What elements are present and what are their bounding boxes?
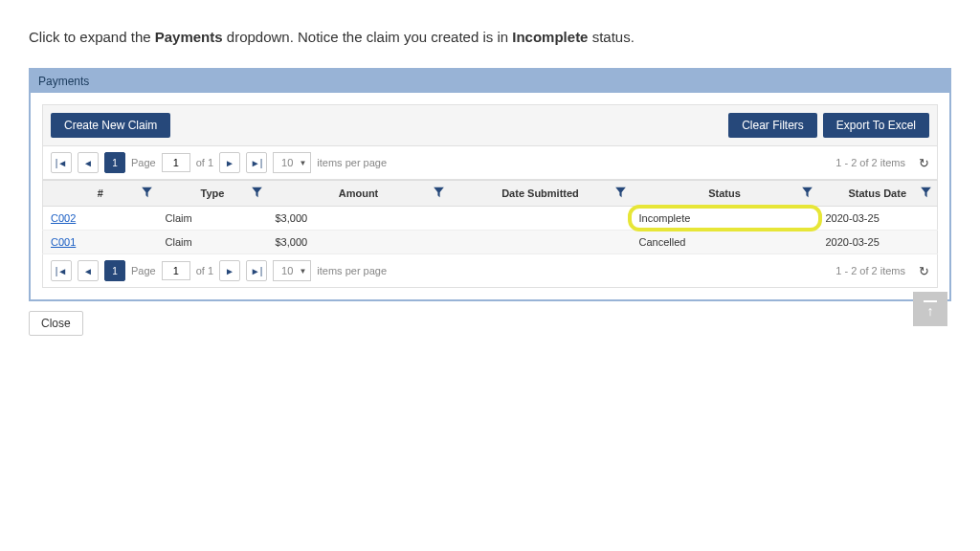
cell-status-date: 2020-03-25 bbox=[818, 207, 938, 231]
pager-range-text: 1 - 2 of 2 items bbox=[835, 157, 905, 168]
col-header-amount[interactable]: Amount bbox=[276, 187, 442, 199]
filter-icon[interactable] bbox=[252, 187, 262, 200]
arrow-up-icon: ↑ bbox=[927, 304, 934, 318]
pager-of-label: of 1 bbox=[196, 265, 213, 276]
pager-first-button[interactable]: |◄ bbox=[51, 152, 72, 173]
pager-page-label: Page bbox=[131, 157, 156, 168]
create-new-claim-button[interactable]: Create New Claim bbox=[51, 113, 170, 138]
cell-date-submitted bbox=[450, 207, 632, 231]
pager-next-button[interactable]: ► bbox=[219, 152, 240, 173]
col-header-id[interactable]: # bbox=[51, 187, 150, 199]
clear-filters-button[interactable]: Clear Filters bbox=[728, 113, 817, 138]
export-to-excel-button[interactable]: Export To Excel bbox=[823, 113, 929, 138]
filter-icon[interactable] bbox=[434, 187, 444, 200]
cell-type: Claim bbox=[158, 207, 268, 231]
cell-amount: $3,000 bbox=[268, 207, 450, 231]
pager-page-1-button[interactable]: 1 bbox=[104, 260, 125, 281]
col-header-type[interactable]: Type bbox=[166, 187, 260, 199]
items-per-page-label: items per page bbox=[317, 157, 387, 168]
filter-icon[interactable] bbox=[615, 187, 626, 200]
table-row: C001 Claim $3,000 Cancelled 2020-03-25 bbox=[43, 231, 938, 254]
cell-status: Cancelled bbox=[632, 231, 818, 254]
claim-id-link[interactable]: C001 bbox=[51, 236, 76, 248]
pager-prev-button[interactable]: ◄ bbox=[78, 260, 99, 281]
cell-status-date: 2020-03-25 bbox=[818, 231, 938, 254]
refresh-icon[interactable]: ↻ bbox=[919, 156, 929, 170]
payments-panel: Payments Create New Claim Clear Filters … bbox=[29, 68, 951, 301]
instruction-text: Click to expand the Payments dropdown. N… bbox=[29, 29, 951, 45]
pager-last-button[interactable]: ►| bbox=[246, 152, 267, 173]
pager-of-label: of 1 bbox=[196, 157, 213, 168]
pager-page-1-button[interactable]: 1 bbox=[104, 152, 125, 173]
close-button[interactable]: Close bbox=[29, 311, 83, 336]
refresh-icon[interactable]: ↻ bbox=[919, 264, 929, 278]
table-row: C002 Claim $3,000 Incomplete 2020-03-25 bbox=[43, 207, 938, 231]
col-header-date-submitted[interactable]: Date Submitted bbox=[457, 187, 624, 199]
toolbar: Create New Claim Clear Filters Export To… bbox=[42, 104, 938, 146]
filter-icon[interactable] bbox=[142, 187, 152, 200]
bar-icon bbox=[924, 300, 937, 302]
pager-range-text: 1 - 2 of 2 items bbox=[835, 265, 905, 276]
filter-icon[interactable] bbox=[921, 187, 931, 200]
cell-type: Claim bbox=[158, 231, 268, 254]
cell-amount: $3,000 bbox=[268, 231, 450, 254]
panel-header[interactable]: Payments bbox=[31, 70, 949, 93]
pager-page-label: Page bbox=[131, 265, 156, 276]
pager-bottom: |◄ ◄ 1 Page of 1 ► ►| 10 items per page … bbox=[42, 254, 938, 288]
filter-icon[interactable] bbox=[802, 187, 813, 200]
col-header-status-date[interactable]: Status Date bbox=[826, 187, 930, 199]
pager-first-button[interactable]: |◄ bbox=[51, 260, 72, 281]
pager-page-input[interactable] bbox=[162, 153, 190, 172]
page-size-select[interactable]: 10 bbox=[273, 260, 311, 281]
pager-last-button[interactable]: ►| bbox=[246, 260, 267, 281]
payments-table: # Type Amount Date Submitted Status Stat… bbox=[42, 180, 938, 254]
claim-id-link[interactable]: C002 bbox=[51, 212, 76, 224]
cell-date-submitted bbox=[450, 231, 632, 254]
cell-status: Incomplete bbox=[632, 207, 818, 231]
items-per-page-label: items per page bbox=[317, 265, 387, 276]
pager-page-input[interactable] bbox=[162, 261, 190, 280]
col-header-status[interactable]: Status bbox=[639, 187, 811, 199]
pager-next-button[interactable]: ► bbox=[219, 260, 240, 281]
page-size-select[interactable]: 10 bbox=[273, 152, 311, 173]
pager-prev-button[interactable]: ◄ bbox=[78, 152, 99, 173]
scroll-to-top-button[interactable]: ↑ bbox=[913, 292, 947, 326]
pager-top: |◄ ◄ 1 Page of 1 ► ►| 10 items per page … bbox=[42, 146, 938, 180]
